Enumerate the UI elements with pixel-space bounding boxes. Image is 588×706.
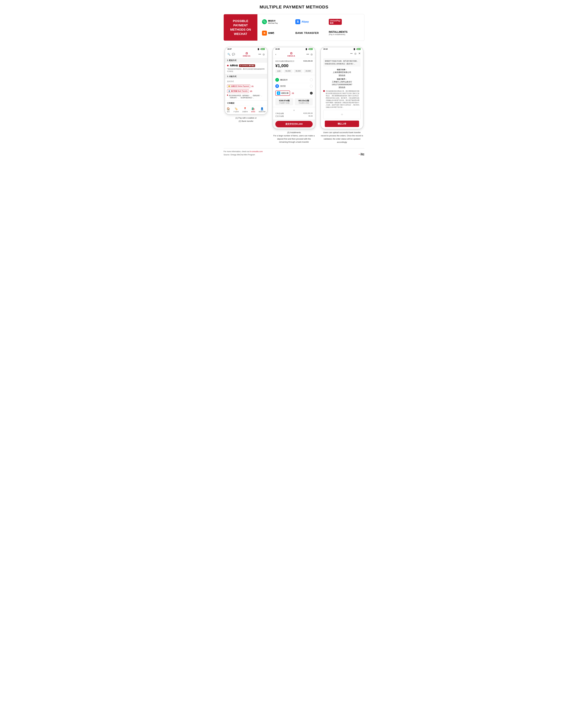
bank-transfer-method[interactable]: 🏦 银行转账 Bank Transfer: [227, 89, 249, 93]
radio-installment-checked[interactable]: [310, 92, 313, 94]
p3-terms-text: 为完成您购买的本商品订单，我们需要根据本页面提示向我们提供您在本订单项下支付的【…: [326, 90, 361, 108]
terms-row-1: 我已经阅读并同意《使用条款》，《隐私政策》，《销售条件》，《发货和退货协议》。: [227, 94, 265, 99]
more-icon-3[interactable]: •••: [350, 52, 353, 55]
unionpay-icon: UnionPay银联: [329, 19, 342, 25]
online-payment-method[interactable]: 💳 在线支付 Online Payment: [227, 85, 250, 88]
account-number: 10012715093000082967: [323, 83, 361, 86]
banner-left-label: POSSIBLE PAYMENT METHODS ON WECHAT: [224, 14, 257, 41]
nav-profile-label: 我的欧米雅: [259, 111, 265, 113]
nav-home[interactable]: 🏠 首页: [226, 107, 230, 113]
footer-logo: • itc: [359, 152, 365, 156]
copy-account-link[interactable]: 复制名称: [323, 86, 361, 88]
nav-products[interactable]: 🏷️ 产品系列: [234, 107, 239, 113]
free-shipping-label: 免费快递: [230, 64, 238, 67]
install-fee-12: 手续费¥6.25/期: [296, 102, 311, 104]
nav-icons-left-1: 🔍 💬: [227, 53, 235, 56]
svg-point-3: [265, 22, 265, 23]
phones-row: 10:07 ▐▌ ▾ 63+ 🔍 💬 Ω OMEGA •••: [223, 47, 365, 144]
chat-icon[interactable]: 💬: [232, 53, 235, 56]
status-bar-2: 10:08 ▐▌ ▾ 59+: [273, 47, 315, 50]
account-section: 收款方账号： 工商银行上海华山路支行 10012715093000082967 …: [323, 78, 361, 88]
install-opt-12[interactable]: ¥83.33x12期 手续费¥6.25/期: [295, 98, 313, 106]
store-icon: 📍: [243, 107, 247, 111]
itc-dot-icon: •: [359, 153, 360, 156]
target-icon-3[interactable]: ◎: [354, 52, 356, 55]
recipient-label: 收款方名称：: [323, 69, 361, 71]
method-row-2: 🏦 银行转账 Bank Transfer (2): [227, 89, 265, 93]
collapse-arrow[interactable]: ∧: [275, 109, 313, 111]
pay-button[interactable]: 提交并支付¥1,000: [275, 121, 313, 127]
radio-alipay[interactable]: [310, 85, 313, 87]
chip-20000[interactable]: 20,000: [304, 69, 312, 73]
alipay-icon-2: 支: [275, 84, 279, 88]
bank-name: 工商银行上海华山路支行: [323, 81, 361, 83]
payment-item-alipay: 支 Alipay: [295, 19, 326, 24]
terms-text-1: 我已经阅读并同意《使用条款》，《隐私政策》，《销售条件》，《发货和退货协议》。: [229, 94, 265, 99]
close-icon[interactable]: ✕: [358, 52, 361, 55]
footer-left: For more information, check out it-consu…: [223, 150, 263, 156]
search-icon[interactable]: 🔍: [227, 53, 230, 56]
method2-label: 银行转账 Bank Transfer: [231, 90, 248, 92]
footer-val-1: ¥100,300.00: [303, 112, 313, 115]
profile-icon: 👤: [260, 107, 264, 111]
nav-cart-label: 购物袋: [251, 111, 255, 113]
upload-icon: +: [341, 112, 343, 117]
nav-store[interactable]: 📍 店铺查询: [242, 107, 248, 113]
terms-checkbox-3[interactable]: [323, 90, 325, 92]
payment-item-unionpay: UnionPay银联: [329, 19, 360, 25]
p2-option-installment[interactable]: 花 花呗分期 (3): [275, 89, 313, 97]
more-icon-2[interactable]: •••: [306, 53, 309, 56]
nav-cart[interactable]: 🛍️ 购物袋: [251, 107, 255, 113]
method1-label: 在线支付 Online Payment: [231, 85, 249, 87]
nav-products-label: 产品系列: [234, 111, 239, 113]
logo-text: itc: [361, 152, 365, 156]
nav-icons-right-2: ••• ◎: [306, 53, 313, 56]
chip-all[interactable]: 全部: [275, 69, 282, 73]
footer-bar: For more information, check out it-consu…: [223, 148, 365, 156]
recipient-value: 上海琪通商贸有限公司: [323, 71, 361, 74]
payment-section-1: 支付方式 💳 在线支付 Online Payment (1) 🏦: [225, 79, 267, 101]
phone-mockup-1: 10:07 ▐▌ ▾ 63+ 🔍 💬 Ω OMEGA •••: [225, 47, 267, 115]
nav-profile[interactable]: 👤 我的欧米雅: [259, 107, 265, 113]
time-3: 10:10: [323, 48, 328, 50]
target-icon[interactable]: ◎: [263, 53, 265, 56]
chip-30000[interactable]: 30,000: [294, 69, 303, 73]
wifi-icon-3: ▾: [356, 48, 356, 50]
deposit-amount: ¥1,000: [275, 63, 313, 68]
omega-logo-2: Ω OMEGA: [287, 52, 295, 57]
footer-link[interactable]: it-consultis.com: [250, 151, 263, 153]
p2-option-wechat[interactable]: ✓ 微信支付: [275, 77, 313, 83]
install-price-12: ¥83.33x12期: [296, 100, 311, 102]
time-2: 10:08: [275, 48, 280, 50]
wechat-label: 微信支付: [280, 79, 288, 81]
section3-header: 3. 付款方式: [225, 74, 267, 79]
wifi-icon-2: ▾: [308, 48, 309, 50]
footer-label-1: 订单总金额: [275, 112, 284, 115]
terms-checkbox[interactable]: [227, 94, 228, 96]
footer-source: Source: Omega WeChat Mini Program: [223, 153, 263, 156]
confirm-button[interactable]: 确认上传: [325, 121, 359, 127]
wechat-nav-1: 🔍 💬 Ω OMEGA ••• ◎: [225, 50, 267, 58]
target-icon-2[interactable]: ◎: [310, 53, 313, 56]
more-icon[interactable]: •••: [258, 53, 261, 56]
chip-50000[interactable]: 50,000: [284, 69, 292, 73]
upload-box[interactable]: +: [323, 110, 361, 119]
annotation-3: (3): [292, 92, 294, 94]
p3-content: 请根据下方收款方名称、账号进行银行转账，转账成功后请上传转账凭证（最多3张）。 …: [321, 56, 363, 129]
back-button[interactable]: ‹: [275, 53, 276, 56]
footer-row-2: 已支付金额 ¥0.00: [275, 115, 313, 117]
caption-2: (3) Installments For a large number of i…: [272, 131, 316, 144]
phone-mockup-3: 10:10 ▐▌ ▾ 60+ ••• ◎ ✕ 请根据下方收款方名称、账号进行银行…: [321, 47, 363, 129]
p3-instruction: 请根据下方收款方名称、账号进行银行转账，转账成功后请上传转账凭证（最多3张）。: [323, 58, 361, 67]
payment-item-installments: INSTALLMENTS (Pay in installments): [329, 31, 360, 36]
p2-order-footer: ∧ 订单总金额 ¥100,300.00 已支付金额 ¥0.00: [273, 107, 315, 119]
battery-3: 60+: [357, 48, 361, 50]
nav-store-label: 店铺查询: [242, 111, 248, 113]
delivery-note: *受新冠疫情管制影响，顺丰无法派送区域将由邮政EMS代为承运: [227, 68, 265, 73]
radio-wechat[interactable]: [310, 78, 313, 81]
delivery-section: 免费快递 SF EXPRESS 顺丰速运 *受新冠疫情管制影响，顺丰无法派送区域…: [225, 63, 267, 74]
svg-point-1: [264, 21, 264, 22]
p2-option-alipay[interactable]: 支 支付宝: [275, 83, 313, 89]
install-opt-6[interactable]: ¥166.67x6期 手续费¥7.50/期: [275, 98, 293, 106]
copy-name-link[interactable]: 复制名称: [323, 74, 361, 76]
